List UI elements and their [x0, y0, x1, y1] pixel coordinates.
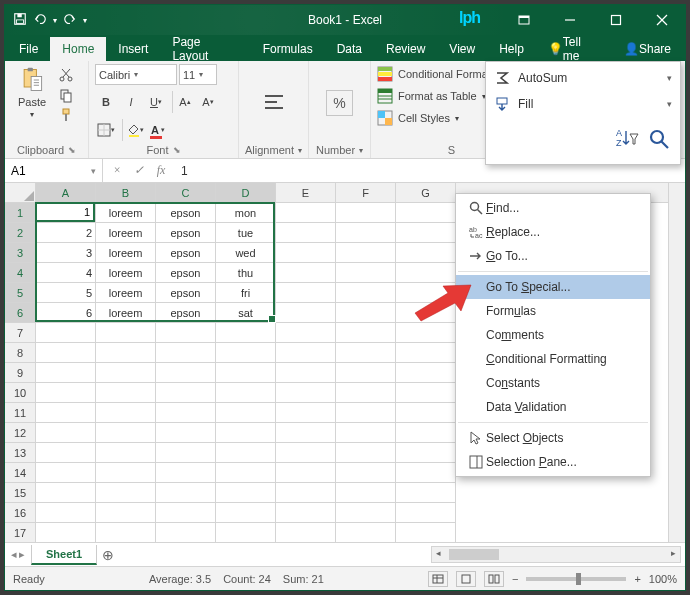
cell[interactable]: epson	[156, 303, 216, 323]
menu-selectionpane[interactable]: Selection Pane...	[456, 450, 650, 474]
cell[interactable]	[336, 463, 396, 483]
cell[interactable]	[156, 323, 216, 343]
cell[interactable]	[156, 503, 216, 523]
font-dialog-launcher[interactable]: ⬊	[173, 145, 181, 155]
formula-input[interactable]: 1	[175, 164, 685, 178]
format-painter-button[interactable]	[56, 106, 76, 124]
cell[interactable]	[276, 383, 336, 403]
cell[interactable]	[276, 443, 336, 463]
cell[interactable]	[96, 323, 156, 343]
number-format-button[interactable]: %	[326, 90, 352, 116]
fill-button[interactable]: Fill▾	[486, 91, 680, 117]
view-normal-button[interactable]	[428, 571, 448, 587]
cell[interactable]	[156, 523, 216, 542]
cell[interactable]	[396, 383, 456, 403]
tab-data[interactable]: Data	[325, 37, 374, 61]
row-header[interactable]: 13	[5, 443, 35, 463]
row-header[interactable]: 3	[5, 243, 35, 263]
tab-home[interactable]: Home	[50, 37, 106, 61]
save-icon[interactable]	[13, 12, 27, 29]
cell[interactable]	[276, 403, 336, 423]
view-pagelayout-button[interactable]	[456, 571, 476, 587]
cell[interactable]	[336, 503, 396, 523]
ribbon-display-button[interactable]	[501, 5, 547, 35]
cell[interactable]	[276, 223, 336, 243]
cell[interactable]	[216, 463, 276, 483]
cell[interactable]: thu	[216, 263, 276, 283]
cell[interactable]	[36, 383, 96, 403]
cell[interactable]	[156, 463, 216, 483]
cell[interactable]	[396, 503, 456, 523]
cell[interactable]	[396, 243, 456, 263]
tab-insert[interactable]: Insert	[106, 37, 160, 61]
cell[interactable]	[96, 403, 156, 423]
cell[interactable]	[396, 483, 456, 503]
cell[interactable]: sat	[216, 303, 276, 323]
column-header[interactable]: G	[396, 183, 456, 202]
clipboard-dialog-launcher[interactable]: ⬊	[68, 145, 76, 155]
cell[interactable]: 4	[36, 263, 96, 283]
cell[interactable]	[36, 503, 96, 523]
cell[interactable]	[396, 443, 456, 463]
qat-customize-icon[interactable]: ▾	[83, 16, 87, 25]
cell[interactable]	[336, 223, 396, 243]
enter-formula-button[interactable]: ✓	[129, 163, 149, 178]
cell[interactable]	[276, 363, 336, 383]
borders-button[interactable]: ▾	[95, 119, 117, 141]
cell[interactable]: epson	[156, 283, 216, 303]
menu-comments[interactable]: Comments	[456, 323, 650, 347]
cell[interactable]	[96, 483, 156, 503]
cell[interactable]	[276, 303, 336, 323]
cell[interactable]	[336, 363, 396, 383]
cell[interactable]	[156, 403, 216, 423]
select-all-corner[interactable]	[5, 183, 36, 203]
fx-button[interactable]: fx	[151, 163, 171, 178]
cell[interactable]	[336, 263, 396, 283]
cut-button[interactable]	[56, 66, 76, 84]
column-header[interactable]: A	[36, 183, 96, 202]
undo-icon[interactable]	[33, 12, 47, 29]
row-header[interactable]: 11	[5, 403, 35, 423]
cell[interactable]	[36, 323, 96, 343]
cell[interactable]	[96, 383, 156, 403]
cell[interactable]: tue	[216, 223, 276, 243]
cell[interactable]	[336, 523, 396, 542]
row-header[interactable]: 17	[5, 523, 35, 542]
cell[interactable]	[216, 423, 276, 443]
row-header[interactable]: 8	[5, 343, 35, 363]
cell[interactable]	[336, 443, 396, 463]
column-header[interactable]: E	[276, 183, 336, 202]
cell[interactable]	[96, 463, 156, 483]
cell[interactable]: 6	[36, 303, 96, 323]
cell[interactable]: epson	[156, 243, 216, 263]
cell[interactable]: epson	[156, 263, 216, 283]
cell[interactable]	[336, 203, 396, 223]
redo-icon[interactable]	[63, 12, 77, 29]
row-header[interactable]: 9	[5, 363, 35, 383]
menu-selectobjects[interactable]: Select Objects	[456, 426, 650, 450]
row-header[interactable]: 6	[5, 303, 35, 323]
cell[interactable]	[276, 283, 336, 303]
cell[interactable]	[336, 403, 396, 423]
undo-dropdown-icon[interactable]: ▾	[53, 16, 57, 25]
cell[interactable]	[216, 383, 276, 403]
menu-datavalidation[interactable]: Data Validation	[456, 395, 650, 419]
cell[interactable]	[36, 443, 96, 463]
cell[interactable]	[216, 403, 276, 423]
cell[interactable]: 2	[36, 223, 96, 243]
vertical-scrollbar[interactable]	[668, 183, 685, 542]
menu-goto[interactable]: Go To...	[456, 244, 650, 268]
cell[interactable]	[276, 203, 336, 223]
cell[interactable]	[156, 383, 216, 403]
row-header[interactable]: 16	[5, 503, 35, 523]
cell[interactable]	[216, 323, 276, 343]
row-header[interactable]: 14	[5, 463, 35, 483]
paste-button[interactable]: Paste ▾	[11, 64, 53, 119]
name-box[interactable]: A1▾	[5, 159, 103, 182]
close-button[interactable]	[639, 5, 685, 35]
cell[interactable]	[36, 523, 96, 542]
cell[interactable]	[96, 443, 156, 463]
cell[interactable]	[396, 263, 456, 283]
menu-replace[interactable]: abacReplace...	[456, 220, 650, 244]
row-header[interactable]: 5	[5, 283, 35, 303]
